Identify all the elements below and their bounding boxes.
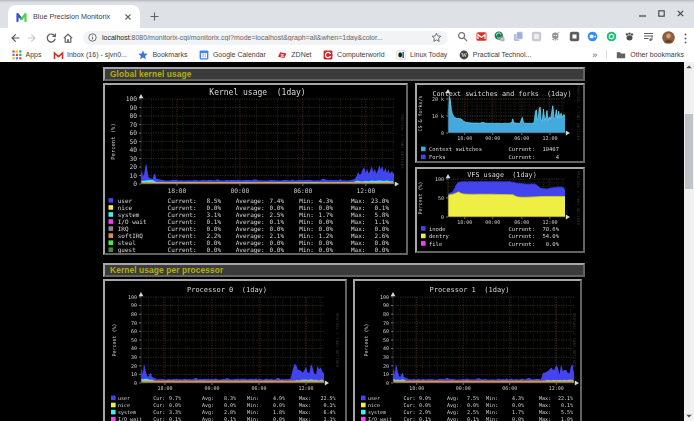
svg-text:0: 0	[441, 214, 444, 220]
profile-avatar[interactable]	[662, 31, 675, 44]
bookmark-item[interactable]: Linux Today	[396, 50, 447, 60]
bookmark-label: Apps	[26, 51, 42, 58]
greencircle-extension-icon[interactable]	[606, 31, 617, 42]
forward-button[interactable]	[26, 32, 38, 44]
svg-text:0.1%: 0.1%	[419, 416, 431, 421]
svg-text:20: 20	[131, 363, 137, 369]
graph-cs[interactable]: Context switches and forks (1day)CS & fo…	[415, 83, 585, 163]
octopus-extension-icon[interactable]	[550, 31, 561, 42]
bookmark-item[interactable]: 31Google Calendar	[199, 50, 266, 60]
svg-text:2.8%: 2.8%	[224, 409, 236, 415]
svg-text:0: 0	[134, 380, 137, 386]
extension-icons	[457, 31, 654, 44]
svg-text:system: system	[368, 409, 386, 416]
page-info-icon[interactable]	[88, 33, 97, 42]
other-bookmarks-label: Other bookmarks	[630, 51, 684, 58]
window-maximize-button[interactable]	[652, 4, 671, 22]
graph-kernel[interactable]: Kernel usage (1day)Percent (%)0102030405…	[103, 83, 408, 255]
browser-menu-icon[interactable]	[681, 32, 690, 44]
svg-text:0.1%: 0.1%	[561, 402, 573, 408]
graysquare-extension-icon[interactable]	[531, 31, 542, 42]
new-tab-button[interactable]	[146, 8, 162, 24]
svg-text:Percent (%): Percent (%)	[111, 323, 117, 356]
bookmark-item[interactable]: WPractical Technol...	[459, 50, 532, 60]
reload-button[interactable]	[45, 32, 57, 44]
address-bar[interactable]: localhost:8080/monitorix-cgi/monitorix.c…	[83, 31, 448, 45]
svg-text:Percent (%): Percent (%)	[110, 123, 116, 159]
svg-text:Avg:: Avg:	[447, 395, 459, 402]
bookmark-label: Inbox (16) - sjvn0...	[67, 51, 127, 58]
svg-text:0.0%: 0.0%	[319, 239, 334, 246]
svg-text:0.0%: 0.0%	[319, 204, 334, 211]
bookmark-item[interactable]: Apps	[12, 50, 42, 60]
svg-text:20: 20	[383, 363, 389, 369]
window-minimize-button[interactable]	[633, 4, 652, 22]
svg-text:2.6%: 2.6%	[375, 232, 390, 239]
svg-text:1.8%: 1.8%	[273, 409, 285, 415]
svg-text:31: 31	[201, 53, 206, 58]
svg-text:Max:: Max:	[351, 218, 365, 225]
bookmark-star-icon[interactable]	[431, 32, 442, 43]
bookmark-item[interactable]: Computerworld	[323, 50, 384, 60]
scrollbar-thumb[interactable]	[685, 114, 693, 189]
scroll-down-arrow-icon[interactable]	[684, 411, 694, 421]
folder-icon	[616, 50, 626, 60]
graph-proc0[interactable]: Processor 0 (1day)Percent (%)01020304050…	[103, 279, 347, 421]
svg-text:2.9%: 2.9%	[419, 409, 431, 415]
search-extension-icon[interactable]	[457, 31, 468, 42]
bookmark-label: Linux Today	[410, 51, 447, 58]
bookmark-item[interactable]: Inbox (16) - sjvn0...	[53, 50, 127, 60]
bookmarks-overflow-chevron[interactable]: »	[592, 50, 597, 60]
other-bookmarks-button[interactable]: Other bookmarks	[616, 50, 684, 60]
svg-text:user: user	[368, 395, 380, 401]
svg-text:Max:: Max:	[351, 204, 365, 211]
svg-text:Min:: Min:	[299, 239, 313, 246]
svg-text:10: 10	[383, 371, 389, 377]
darksquare-extension-icon[interactable]	[569, 31, 580, 42]
gmail-extension-icon[interactable]	[476, 31, 487, 42]
svg-text:06:00: 06:00	[252, 385, 267, 391]
bookmark-label: ZDNet	[291, 51, 311, 58]
browser-tab[interactable]: Blue Precision Monitorix	[8, 5, 140, 28]
bluecircle-extension-icon[interactable]	[587, 31, 598, 42]
playlist-extension-icon[interactable]	[643, 31, 654, 42]
back-button[interactable]	[9, 32, 21, 44]
svg-text:softIRQ: softIRQ	[118, 232, 144, 239]
svg-text:user: user	[118, 197, 133, 204]
svg-text:1.7%: 1.7%	[512, 409, 524, 415]
svg-text:I/O wait: I/O wait	[118, 218, 147, 225]
graph-vfs[interactable]: VFS usage (1day)Percent (%)05010018:0000…	[415, 167, 585, 253]
scroll-up-arrow-icon[interactable]	[684, 62, 694, 72]
bookmark-item[interactable]: ZDNet	[277, 50, 311, 60]
paw-extension-icon[interactable]	[624, 31, 635, 42]
calendar-icon: 31	[199, 50, 209, 60]
svg-text:2.2%: 2.2%	[207, 232, 222, 239]
url-host: localhost	[102, 34, 130, 41]
svg-text:0.1%: 0.1%	[375, 204, 390, 211]
svg-text:100: 100	[435, 176, 444, 182]
svg-text:12:00: 12:00	[542, 219, 557, 225]
svg-text:Current:: Current:	[168, 211, 197, 218]
svg-text:90: 90	[383, 302, 389, 308]
window-close-button[interactable]	[671, 4, 690, 22]
svg-text:0.0%: 0.0%	[319, 225, 334, 232]
tab-close-icon[interactable]	[121, 10, 135, 24]
url-text[interactable]: localhost:8080/monitorix-cgi/monitorix.c…	[102, 34, 427, 41]
graph-proc1[interactable]: Processor 1 (1day)Percent (%)01020304050…	[353, 279, 582, 421]
svg-text:Avg:: Avg:	[202, 416, 214, 421]
svg-text:5.5%: 5.5%	[561, 409, 573, 415]
svg-text:Avg:: Avg:	[202, 395, 214, 402]
greenlock-extension-icon[interactable]	[494, 31, 505, 42]
svg-text:Max:: Max:	[539, 416, 551, 421]
bookmark-item[interactable]: Bookmarks	[138, 50, 187, 60]
browser-toolbar: localhost:8080/monitorix-cgi/monitorix.c…	[0, 28, 694, 47]
page-scrollbar[interactable]	[684, 62, 694, 421]
pages-extension-icon[interactable]	[513, 31, 524, 42]
svg-text:22.5%: 22.5%	[320, 395, 335, 401]
svg-text:70: 70	[383, 320, 389, 326]
svg-text:0.0%: 0.0%	[270, 246, 285, 253]
home-button[interactable]	[62, 32, 74, 44]
svg-text:Current:: Current:	[509, 154, 536, 160]
svg-text:1.2%: 1.2%	[319, 232, 334, 239]
svg-text:0.0%: 0.0%	[512, 416, 524, 421]
